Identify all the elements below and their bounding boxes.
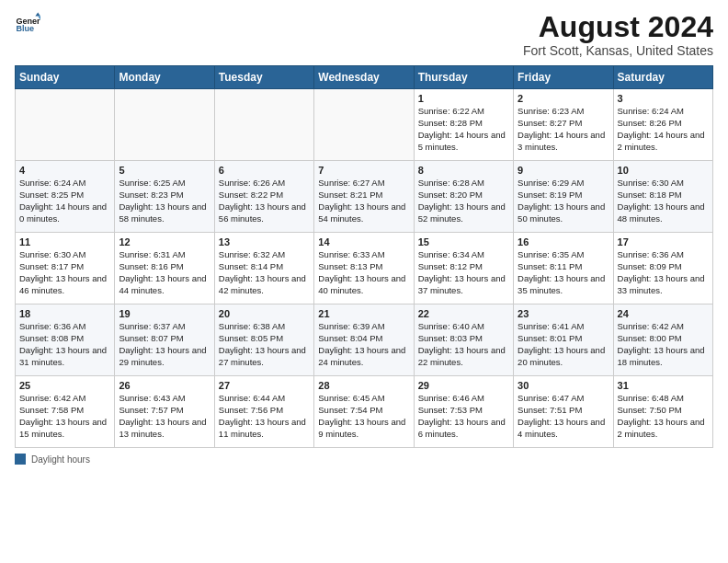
table-row: 3Sunrise: 6:24 AMSunset: 8:26 PMDaylight… — [613, 89, 712, 161]
day-info: Sunrise: 6:27 AM — [318, 178, 409, 190]
day-number: 2 — [518, 93, 609, 104]
day-info: Sunrise: 6:24 AM — [618, 106, 709, 118]
day-number: 9 — [518, 165, 609, 176]
day-info: Daylight: 14 hours and 0 minutes. — [19, 201, 110, 225]
table-row: 29Sunrise: 6:46 AMSunset: 7:53 PMDayligh… — [414, 376, 513, 448]
day-info: Sunrise: 6:32 AM — [219, 249, 310, 261]
calendar-day-header: Friday — [514, 66, 613, 89]
table-row — [16, 89, 115, 161]
day-number: 3 — [618, 93, 709, 104]
day-number: 29 — [418, 380, 509, 391]
table-row: 11Sunrise: 6:30 AMSunset: 8:17 PMDayligh… — [16, 233, 115, 304]
day-info: Sunrise: 6:38 AM — [219, 321, 310, 333]
day-info: Sunset: 8:23 PM — [119, 190, 210, 201]
day-info: Sunset: 7:54 PM — [318, 405, 409, 417]
day-info: Sunset: 8:04 PM — [318, 333, 409, 345]
day-info: Sunset: 8:03 PM — [418, 333, 509, 345]
title-block: August 2024 Fort Scott, Kansas, United S… — [523, 11, 713, 58]
day-info: Sunset: 8:18 PM — [618, 190, 709, 201]
page-header: General Blue August 2024 Fort Scott, Kan… — [15, 11, 713, 58]
day-info: Sunrise: 6:34 AM — [418, 249, 509, 261]
day-number: 20 — [219, 308, 310, 319]
day-number: 4 — [19, 165, 110, 176]
day-info: Sunset: 8:05 PM — [219, 333, 310, 345]
table-row: 28Sunrise: 6:45 AMSunset: 7:54 PMDayligh… — [314, 376, 414, 448]
table-row: 7Sunrise: 6:27 AMSunset: 8:21 PMDaylight… — [314, 161, 414, 233]
day-number: 24 — [618, 308, 709, 319]
day-info: Sunset: 8:22 PM — [219, 190, 310, 201]
day-info: Sunset: 7:53 PM — [418, 405, 509, 417]
day-info: Sunrise: 6:42 AM — [618, 321, 709, 333]
svg-text:Blue: Blue — [16, 24, 34, 33]
day-info: Sunrise: 6:42 AM — [19, 393, 110, 405]
day-number: 19 — [119, 308, 210, 319]
day-info: Daylight: 13 hours and 54 minutes. — [318, 201, 409, 225]
logo-icon: General Blue — [15, 11, 40, 37]
table-row: 1Sunrise: 6:22 AMSunset: 8:28 PMDaylight… — [414, 89, 513, 161]
day-info: Daylight: 13 hours and 48 minutes. — [618, 201, 709, 225]
day-number: 23 — [518, 308, 609, 319]
day-info: Daylight: 13 hours and 35 minutes. — [518, 273, 609, 297]
day-info: Daylight: 13 hours and 33 minutes. — [618, 273, 709, 297]
table-row: 17Sunrise: 6:36 AMSunset: 8:09 PMDayligh… — [613, 233, 712, 304]
calendar-day-header: Sunday — [16, 66, 115, 89]
day-info: Sunrise: 6:41 AM — [518, 321, 609, 333]
day-info: Sunrise: 6:30 AM — [618, 178, 709, 190]
day-info: Daylight: 13 hours and 18 minutes. — [618, 345, 709, 369]
day-number: 15 — [418, 236, 509, 247]
table-row: 27Sunrise: 6:44 AMSunset: 7:56 PMDayligh… — [214, 376, 313, 448]
table-row: 9Sunrise: 6:29 AMSunset: 8:19 PMDaylight… — [514, 161, 613, 233]
day-info: Sunset: 8:07 PM — [119, 333, 210, 345]
day-info: Sunrise: 6:48 AM — [618, 393, 709, 405]
day-number: 28 — [318, 380, 409, 391]
day-info: Daylight: 13 hours and 4 minutes. — [518, 417, 609, 441]
day-info: Sunset: 7:56 PM — [219, 405, 310, 417]
table-row: 2Sunrise: 6:23 AMSunset: 8:27 PMDaylight… — [514, 89, 613, 161]
day-number: 5 — [119, 165, 210, 176]
day-info: Daylight: 13 hours and 37 minutes. — [418, 273, 509, 297]
table-row: 23Sunrise: 6:41 AMSunset: 8:01 PMDayligh… — [514, 304, 613, 376]
day-info: Sunrise: 6:45 AM — [318, 393, 409, 405]
day-info: Sunset: 8:13 PM — [318, 261, 409, 273]
day-info: Sunrise: 6:23 AM — [518, 106, 609, 118]
day-info: Sunrise: 6:36 AM — [618, 249, 709, 261]
main-title: August 2024 — [523, 11, 713, 43]
day-info: Daylight: 13 hours and 24 minutes. — [318, 345, 409, 369]
table-row: 20Sunrise: 6:38 AMSunset: 8:05 PMDayligh… — [214, 304, 313, 376]
day-number: 10 — [618, 165, 709, 176]
table-row: 25Sunrise: 6:42 AMSunset: 7:58 PMDayligh… — [16, 376, 115, 448]
table-row — [314, 89, 414, 161]
calendar-day-header: Monday — [115, 66, 214, 89]
day-info: Sunset: 7:57 PM — [119, 405, 210, 417]
day-number: 18 — [19, 308, 110, 319]
table-row: 14Sunrise: 6:33 AMSunset: 8:13 PMDayligh… — [314, 233, 414, 304]
table-row: 12Sunrise: 6:31 AMSunset: 8:16 PMDayligh… — [115, 233, 214, 304]
day-info: Sunset: 8:17 PM — [19, 261, 110, 273]
table-row — [115, 89, 214, 161]
day-number: 27 — [219, 380, 310, 391]
day-info: Sunset: 8:00 PM — [618, 333, 709, 345]
table-row: 21Sunrise: 6:39 AMSunset: 8:04 PMDayligh… — [314, 304, 414, 376]
calendar-table: SundayMondayTuesdayWednesdayThursdayFrid… — [15, 65, 713, 448]
day-number: 6 — [219, 165, 310, 176]
day-number: 14 — [318, 236, 409, 247]
calendar-day-header: Thursday — [414, 66, 513, 89]
day-info: Daylight: 13 hours and 50 minutes. — [518, 201, 609, 225]
day-info: Daylight: 14 hours and 5 minutes. — [418, 130, 509, 154]
day-info: Daylight: 13 hours and 13 minutes. — [119, 417, 210, 441]
day-info: Sunrise: 6:30 AM — [19, 249, 110, 261]
day-info: Daylight: 13 hours and 44 minutes. — [119, 273, 210, 297]
day-info: Sunset: 7:51 PM — [518, 405, 609, 417]
day-number: 13 — [219, 236, 310, 247]
day-info: Daylight: 13 hours and 40 minutes. — [318, 273, 409, 297]
table-row: 4Sunrise: 6:24 AMSunset: 8:25 PMDaylight… — [16, 161, 115, 233]
day-info: Daylight: 13 hours and 22 minutes. — [418, 345, 509, 369]
day-info: Sunset: 8:19 PM — [518, 190, 609, 201]
day-info: Sunset: 8:08 PM — [19, 333, 110, 345]
day-number: 16 — [518, 236, 609, 247]
table-row: 30Sunrise: 6:47 AMSunset: 7:51 PMDayligh… — [514, 376, 613, 448]
day-info: Sunrise: 6:43 AM — [119, 393, 210, 405]
legend-label: Daylight hours — [31, 454, 90, 465]
day-info: Sunset: 8:21 PM — [318, 190, 409, 201]
day-info: Daylight: 14 hours and 2 minutes. — [618, 130, 709, 154]
